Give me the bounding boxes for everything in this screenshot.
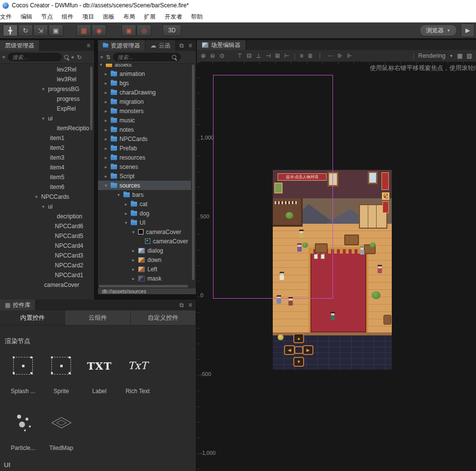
zoom-out-icon[interactable]: ⊖	[210, 52, 215, 59]
asset-node[interactable]: ▸charaDrawing	[98, 88, 191, 97]
expand-arrow[interactable]: ▸	[132, 267, 138, 272]
align-middle-icon[interactable]: ⊟	[247, 52, 252, 59]
tab-builtin-widgets[interactable]: 内置控件	[0, 310, 65, 325]
menu-extension[interactable]: 扩展	[140, 11, 160, 23]
play-button[interactable]: ▶	[461, 24, 475, 37]
expand-arrow[interactable]: ▾	[42, 87, 48, 92]
asset-node[interactable]: ▸down	[98, 255, 191, 264]
hierarchy-search-input[interactable]	[8, 53, 62, 61]
expand-arrow[interactable]: ▸	[105, 155, 111, 160]
hierarchy-node[interactable]: NPCCard4	[0, 241, 89, 251]
align-top-icon[interactable]: ⊤	[237, 52, 242, 59]
asset-node[interactable]: ▸Left	[98, 264, 191, 274]
assets-scrollbar[interactable]	[191, 64, 195, 284]
hierarchy-node[interactable]: NPCCard5	[0, 231, 89, 241]
widget-richtext[interactable]: TxT Rich Text	[119, 354, 157, 395]
plugin-button-3[interactable]: ▣	[121, 24, 136, 36]
asset-node[interactable]: ▸scenes	[98, 162, 191, 171]
sort-icon[interactable]: ⇅	[106, 54, 111, 60]
expand-arrow[interactable]: ▸	[105, 165, 111, 169]
browser-select-button[interactable]: 浏览器 ▼	[420, 24, 457, 36]
hierarchy-node[interactable]: item4	[0, 163, 89, 172]
expand-arrow[interactable]: ▾	[105, 183, 111, 188]
panel-menu-icon[interactable]: ≡	[87, 42, 90, 49]
expand-arrow[interactable]: ▸	[125, 202, 131, 207]
menu-panel[interactable]: 面板	[98, 11, 119, 23]
zoom-in-icon[interactable]: ⊕	[201, 52, 206, 59]
hierarchy-node[interactable]: ▾ui	[0, 202, 89, 212]
hierarchy-node[interactable]: ▾NPCCards	[0, 192, 89, 202]
hierarchy-node[interactable]: ▾progressBG	[0, 84, 89, 94]
asset-node[interactable]: ▾assets	[98, 64, 191, 69]
locate-icon[interactable]: ⌖	[71, 54, 74, 60]
scale-tool-button[interactable]: ⇲	[33, 24, 48, 36]
widget-splash[interactable]: Splash ...	[4, 354, 42, 395]
rect-tool-button[interactable]: ▣	[48, 24, 63, 36]
align-left-icon[interactable]: ⊣	[265, 52, 270, 59]
expand-arrow[interactable]: ▸	[105, 99, 111, 104]
expand-arrow[interactable]: ▸	[132, 258, 138, 262]
asset-node[interactable]: ▸dog	[98, 209, 191, 218]
expand-arrow[interactable]: ▾	[132, 230, 138, 235]
tab-hierarchy[interactable]: 层级管理器	[0, 40, 40, 51]
panel-menu-icon[interactable]: ≡	[189, 42, 192, 49]
align-bottom-icon[interactable]: ⊥	[256, 52, 261, 59]
expand-arrow[interactable]: ▸	[105, 146, 111, 151]
hierarchy-node[interactable]: item3	[0, 153, 89, 163]
asset-node[interactable]: ▸resources	[98, 153, 191, 162]
menu-layout[interactable]: 布局	[119, 11, 140, 23]
create-node-button[interactable]: +	[2, 54, 5, 60]
expand-arrow[interactable]: ▸	[132, 276, 138, 281]
distribute-4-icon[interactable]: ⋯	[327, 52, 333, 59]
3d-mode-button[interactable]: 3D	[163, 24, 181, 36]
chevron-down-icon[interactable]: ▼	[449, 54, 453, 58]
rotate-tool-button[interactable]: ↻	[18, 24, 33, 36]
menu-file[interactable]: 文件	[0, 11, 16, 23]
scrollbar-thumb[interactable]	[90, 67, 93, 130]
plugin-button-4[interactable]: ◎	[137, 24, 151, 36]
panel-float-icon[interactable]: ⧉	[179, 42, 184, 49]
zoom-reset-icon[interactable]: ⊙	[219, 52, 224, 59]
expand-arrow[interactable]: ▸	[105, 137, 111, 141]
widget-tiledmap[interactable]: TiledMap	[42, 411, 80, 451]
assets-search-input[interactable]	[113, 53, 181, 61]
expand-arrow[interactable]: ▸	[132, 248, 138, 253]
grid-toggle-icon[interactable]: ▦	[457, 52, 462, 59]
asset-node[interactable]: ▸Prefab	[98, 143, 191, 153]
hierarchy-node[interactable]: ExpRel	[0, 104, 89, 114]
asset-node[interactable]: ▸migration	[98, 97, 191, 106]
asset-node-selected[interactable]: ▾sources	[98, 181, 191, 190]
widget-particle[interactable]: Particle...	[4, 411, 42, 451]
hierarchy-node[interactable]: NPCCard1	[0, 270, 89, 280]
distribute-3-icon[interactable]: ⋮	[317, 52, 323, 59]
hierarchy-node[interactable]: ▾ui	[0, 114, 89, 123]
assets-hscrollbar[interactable]	[98, 284, 190, 288]
expand-arrow[interactable]: ▾	[42, 204, 48, 209]
hierarchy-node[interactable]: progress	[0, 94, 89, 104]
asset-node[interactable]: ▾UI	[98, 218, 191, 227]
asset-node[interactable]: ▸notes	[98, 125, 191, 134]
menu-project[interactable]: 项目	[78, 11, 98, 23]
asset-node[interactable]: ▸dialog	[98, 246, 191, 255]
expand-arrow[interactable]: ▸	[105, 174, 111, 179]
expand-arrow[interactable]: ▸	[105, 118, 111, 123]
asset-node[interactable]: ▸bgs	[98, 78, 191, 88]
hierarchy-node[interactable]: item5	[0, 172, 89, 182]
expand-arrow[interactable]: ▾	[100, 64, 106, 67]
tab-widget-library[interactable]: ▦控件库	[0, 300, 36, 310]
asset-node[interactable]: ▾bars	[98, 190, 191, 199]
widget-label-node[interactable]: TXT Label	[80, 354, 119, 395]
tab-cloud-widgets[interactable]: 云组件	[65, 310, 130, 325]
menu-help[interactable]: 帮助	[187, 11, 207, 23]
asset-node[interactable]: ▾cameraCover	[98, 227, 191, 236]
create-asset-button[interactable]: +	[100, 54, 103, 60]
asset-node[interactable]: ▸animation	[98, 69, 191, 78]
hierarchy-node[interactable]: cameraCover	[0, 280, 89, 290]
hierarchy-node[interactable]: item1	[0, 133, 89, 143]
expand-arrow[interactable]: ▸	[105, 109, 111, 114]
tab-assets[interactable]: 资源管理器	[98, 40, 145, 51]
distribute-2-icon[interactable]: ≣	[308, 52, 312, 59]
asset-node[interactable]: cameraCover	[98, 236, 191, 246]
scrollbar-thumb[interactable]	[192, 65, 194, 280]
expand-arrow[interactable]: ▾	[118, 192, 123, 197]
